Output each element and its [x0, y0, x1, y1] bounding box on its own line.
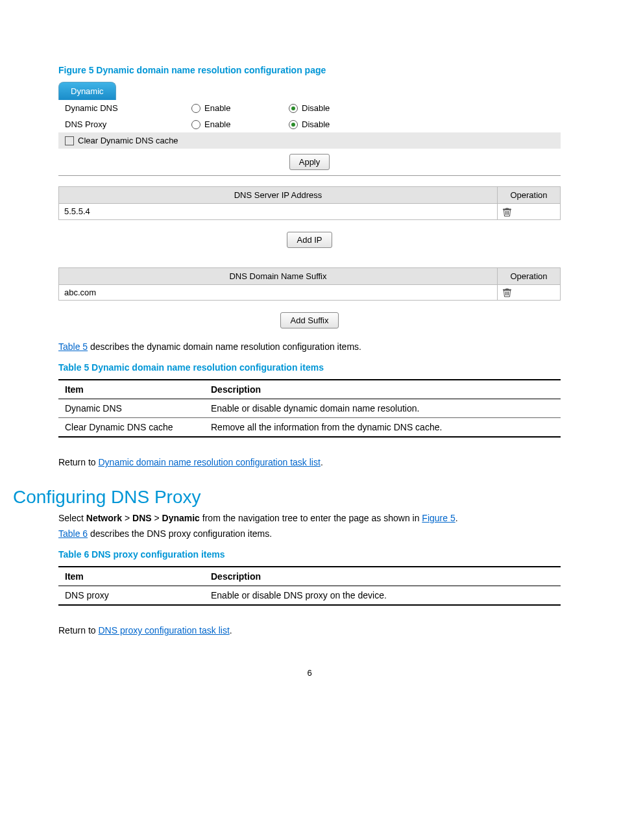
table-6-caption: Table 6 DNS proxy configuration items — [58, 549, 561, 560]
ip-address-cell: 5.5.5.4 — [59, 204, 498, 220]
radio-icon — [191, 120, 200, 129]
checkbox-icon — [65, 136, 74, 145]
item-cell: DNS proxy — [58, 586, 204, 606]
dns-proxy-disable-option[interactable]: Disable — [289, 119, 386, 129]
row-clear-cache[interactable]: Clear Dynamic DNS cache — [58, 132, 561, 149]
item-cell: Dynamic DNS — [58, 399, 204, 418]
heading-configuring-dns-proxy: Configuring DNS Proxy — [13, 487, 561, 508]
row-dns-proxy: DNS Proxy Enable Disable — [58, 116, 561, 132]
nav-dynamic: Dynamic — [162, 513, 200, 523]
col-description: Description — [204, 380, 561, 399]
desc-cell: Enable or disable dynamic domain name re… — [204, 399, 561, 418]
para-text: describes the DNS proxy configuration it… — [88, 528, 272, 539]
text: Select — [58, 513, 86, 523]
nav-dns: DNS — [132, 513, 152, 523]
col-operation: Operation — [498, 187, 561, 204]
dns-proxy-enable-option[interactable]: Enable — [191, 119, 289, 129]
table-6: Item Description DNS proxy Enable or dis… — [58, 566, 561, 606]
table-5: Item Description Dynamic DNS Enable or d… — [58, 379, 561, 438]
desc-cell: Remove all the information from the dyna… — [204, 418, 561, 438]
add-suffix-button[interactable]: Add Suffix — [280, 312, 338, 328]
para-text: describes the dynamic domain name resolu… — [88, 341, 361, 352]
radio-selected-icon — [289, 104, 298, 113]
dynamic-dns-enable-option[interactable]: Enable — [191, 103, 289, 113]
table-row: Dynamic DNS Enable or disable dynamic do… — [58, 399, 561, 418]
figure-5-caption: Figure 5 Dynamic domain name resolution … — [58, 65, 561, 75]
col-operation: Operation — [498, 267, 561, 284]
col-description: Description — [204, 567, 561, 586]
return-prefix: Return to — [58, 457, 98, 467]
nav-network: Network — [86, 513, 122, 523]
link-return-2[interactable]: DNS proxy configuration task list — [98, 625, 229, 636]
add-ip-button[interactable]: Add IP — [287, 232, 332, 248]
desc-cell: Enable or disable DNS proxy on the devic… — [204, 586, 561, 606]
link-table-6[interactable]: Table 6 — [58, 528, 88, 539]
col-ip-address: DNS Server IP Address — [59, 187, 498, 204]
table-row: abc.com — [59, 284, 561, 301]
disable-label: Disable — [302, 119, 330, 129]
col-item: Item — [58, 380, 204, 399]
para-nav-path: Select Network > DNS > Dynamic from the … — [58, 513, 561, 523]
table-row: 5.5.5.4 — [59, 204, 561, 220]
apply-button[interactable]: Apply — [289, 154, 330, 170]
clear-cache-label: Clear Dynamic DNS cache — [78, 136, 178, 145]
page-number: 6 — [58, 668, 561, 678]
trash-icon[interactable] — [503, 288, 511, 297]
return-prefix: Return to — [58, 625, 98, 636]
text: . — [455, 513, 458, 523]
suffix-cell: abc.com — [59, 284, 498, 301]
para-table5-ref: Table 5 describes the dynamic domain nam… — [58, 341, 561, 352]
link-return-1[interactable]: Dynamic domain name resolution configura… — [98, 457, 320, 467]
dns-proxy-label: DNS Proxy — [65, 119, 191, 129]
para-return-1: Return to Dynamic domain name resolution… — [58, 457, 561, 467]
text: > — [152, 513, 162, 523]
table-row: Clear Dynamic DNS cache Remove all the i… — [58, 418, 561, 438]
dns-config-panel: Dynamic Dynamic DNS Enable Disable DNS P… — [58, 82, 561, 328]
link-figure-5[interactable]: Figure 5 — [422, 513, 455, 523]
radio-icon — [191, 104, 200, 113]
return-suffix: . — [230, 625, 232, 636]
row-dynamic-dns: Dynamic DNS Enable Disable — [58, 100, 561, 116]
para-table6-ref: Table 6 describes the DNS proxy configur… — [58, 528, 561, 539]
dns-server-ip-table: DNS Server IP Address Operation 5.5.5.4 — [58, 186, 561, 220]
trash-icon[interactable] — [503, 206, 511, 216]
dynamic-dns-label: Dynamic DNS — [65, 103, 191, 113]
col-suffix: DNS Domain Name Suffix — [59, 267, 498, 284]
radio-selected-icon — [289, 120, 298, 129]
table-5-caption: Table 5 Dynamic domain name resolution c… — [58, 362, 561, 373]
item-cell: Clear Dynamic DNS cache — [58, 418, 204, 438]
return-suffix: . — [321, 457, 323, 467]
enable-label: Enable — [204, 119, 230, 129]
tab-dynamic[interactable]: Dynamic — [58, 82, 116, 100]
text: > — [122, 513, 132, 523]
col-item: Item — [58, 567, 204, 586]
para-return-2: Return to DNS proxy configuration task l… — [58, 625, 561, 636]
text: from the navigation tree to enter the pa… — [200, 513, 422, 523]
disable-label: Disable — [302, 103, 330, 113]
dynamic-dns-disable-option[interactable]: Disable — [289, 103, 386, 113]
table-row: DNS proxy Enable or disable DNS proxy on… — [58, 586, 561, 606]
dns-suffix-table: DNS Domain Name Suffix Operation abc.com — [58, 267, 561, 301]
link-table-5[interactable]: Table 5 — [58, 341, 88, 352]
enable-label: Enable — [204, 103, 230, 113]
